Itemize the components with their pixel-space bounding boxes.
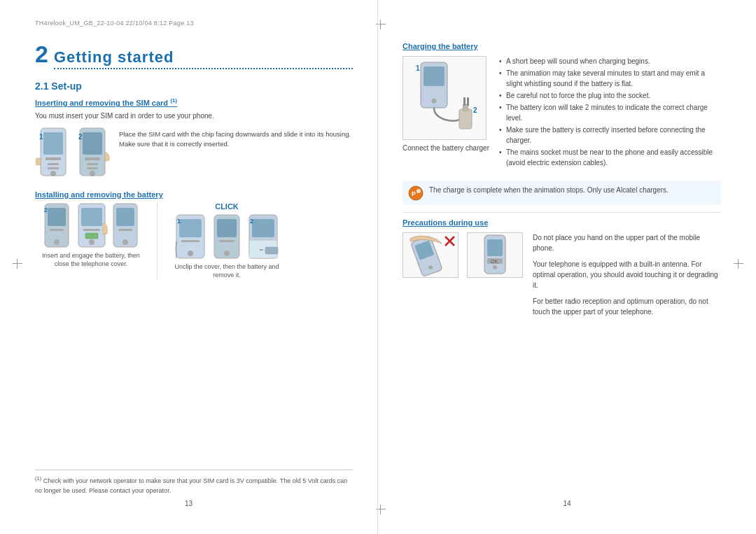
- svg-point-22: [89, 239, 94, 245]
- phone-image-2: 2: [74, 127, 111, 181]
- click-label: CLICK: [215, 202, 239, 211]
- connect-caption: Connect the battery charger: [402, 144, 489, 152]
- charging-bullets-container: A short beep will sound when charging be…: [499, 56, 721, 175]
- page-spread: TH4relook_UM_GB_22-10-04 22/10/04 8:12 P…: [0, 0, 756, 534]
- charging-bullet-5: Make sure the battery is correctly inser…: [499, 125, 721, 146]
- battery-subsection-heading: Installing and removing the battery: [35, 190, 353, 199]
- footnote-section: (1) Check with your network operator to …: [35, 470, 353, 496]
- footnote-text: (1) Check with your network operator to …: [35, 475, 353, 496]
- svg-text:2: 2: [250, 218, 253, 225]
- svg-rect-20: [81, 208, 102, 226]
- svg-rect-48: [467, 97, 469, 106]
- svg-rect-43: [424, 66, 444, 86]
- sim-subsection-heading: Inserting and removing the SIM card (1): [35, 97, 353, 107]
- page-number-left: 13: [185, 500, 192, 507]
- charger-image: 1 2: [402, 56, 486, 140]
- charging-bullet-4: The battery icon will take 2 minutes to …: [499, 102, 721, 123]
- alcatel-icon: P: [408, 185, 424, 201]
- precautions-images: OK: [402, 232, 523, 317]
- svg-rect-10: [87, 163, 98, 165]
- chapter-number: 2: [35, 42, 48, 66]
- svg-point-61: [493, 265, 497, 269]
- precaution-text-3: For better radio reception and optimum o…: [533, 296, 721, 317]
- sim-instruction-text: Place the SIM card with the chip facing …: [119, 129, 353, 150]
- svg-rect-3: [48, 163, 59, 165]
- svg-text:OK: OK: [491, 259, 498, 264]
- charging-info-row: P The charge is complete when the animat…: [402, 181, 721, 205]
- charging-layout: 1 2 Connect the battery charger A short …: [402, 56, 721, 175]
- precautions-heading: Precautions during use: [402, 218, 721, 227]
- svg-point-5: [50, 171, 56, 176]
- svg-text:1: 1: [177, 218, 181, 225]
- sim-phone-images: 1 2: [35, 127, 111, 181]
- svg-text:2: 2: [78, 133, 83, 141]
- charging-bullets: A short beep will sound when charging be…: [499, 56, 721, 168]
- svg-rect-9: [85, 157, 100, 160]
- svg-text:1: 1: [39, 133, 43, 141]
- battery-separator: [157, 202, 158, 280]
- footnote-superscript: (1): [35, 475, 41, 482]
- page-left: TH4relook_UM_GB_22-10-04 22/10/04 8:12 P…: [0, 0, 378, 534]
- precaution-image-2: OK: [467, 232, 523, 278]
- battery-caption-right: Unclip the cover, then the battery and r…: [167, 262, 286, 280]
- sim-superscript: (1): [170, 97, 177, 104]
- svg-rect-30: [181, 240, 200, 242]
- svg-rect-26: [118, 229, 132, 231]
- precautions-layout: OK Do not place you hand on the upper pa…: [402, 232, 721, 323]
- charging-bullet-1: A short beep will sound when charging be…: [499, 56, 721, 66]
- battery-remove-group: CLICK 1: [167, 202, 286, 280]
- charging-bullet-2: The animation may take several minutes t…: [499, 68, 721, 89]
- precaution-text-2: Your telephone is equipped with a built-…: [533, 259, 721, 290]
- charger-image-container: 1 2 Connect the battery charger: [402, 56, 489, 175]
- svg-point-44: [432, 99, 437, 104]
- charging-info-text: The charge is complete when the animatio…: [429, 185, 668, 195]
- battery-phones-left: 2: [41, 202, 141, 250]
- svg-rect-4: [48, 167, 59, 169]
- svg-rect-16: [50, 229, 64, 231]
- svg-text:1: 1: [416, 64, 420, 72]
- svg-point-36: [224, 251, 230, 256]
- svg-text:2: 2: [473, 106, 477, 114]
- precaution-text-1: Do not place you hand on the upper part …: [533, 232, 721, 253]
- page-number-right: 14: [563, 500, 570, 507]
- battery-install-group: 2: [35, 202, 147, 269]
- battery-caption-left: Insert and engage the battery, then clos…: [35, 251, 147, 269]
- chapter-heading: 2 Getting started: [35, 42, 353, 69]
- svg-rect-8: [83, 132, 102, 155]
- svg-rect-11: [87, 167, 98, 169]
- charging-heading: Charging the battery: [402, 42, 721, 50]
- precautions-texts: Do not place you hand on the upper part …: [533, 232, 721, 323]
- svg-rect-23: [85, 233, 98, 239]
- svg-point-31: [188, 251, 193, 256]
- svg-rect-34: [217, 219, 237, 237]
- phone-image-1: 1: [35, 127, 71, 181]
- svg-rect-35: [219, 240, 234, 242]
- footnote-body: Check with your network operator to make…: [35, 477, 347, 494]
- sim-section-images: 1 2: [35, 127, 353, 181]
- page-right: Charging the battery: [378, 0, 756, 534]
- battery-phones-right: 1: [173, 213, 281, 261]
- page-meta: TH4relook_UM_GB_22-10-04 22/10/04 8:12 P…: [35, 20, 194, 27]
- svg-point-12: [90, 171, 95, 176]
- divider: [402, 212, 721, 213]
- svg-rect-45: [459, 109, 472, 129]
- svg-text:P: P: [412, 190, 416, 197]
- svg-rect-25: [116, 208, 134, 226]
- svg-rect-29: [179, 219, 202, 237]
- svg-rect-40: [265, 247, 278, 254]
- svg-rect-21: [83, 229, 100, 231]
- svg-point-17: [54, 239, 59, 245]
- section-21-heading: 2.1 Set-up: [35, 80, 353, 92]
- sim-body-text: You must insert your SIM card in order t…: [35, 111, 353, 121]
- svg-rect-1: [43, 132, 63, 155]
- svg-rect-2: [46, 157, 61, 160]
- svg-rect-47: [463, 97, 465, 106]
- charging-bullet-3: Be careful not to force the plug into th…: [499, 90, 721, 101]
- battery-images-row: 2: [35, 202, 353, 280]
- charging-bullet-6: The mains socket must be near to the pho…: [499, 147, 721, 168]
- svg-rect-60: [487, 239, 503, 256]
- precaution-image-1: [402, 232, 458, 278]
- svg-point-53: [416, 189, 421, 193]
- svg-rect-38: [252, 219, 274, 237]
- svg-rect-15: [48, 208, 66, 226]
